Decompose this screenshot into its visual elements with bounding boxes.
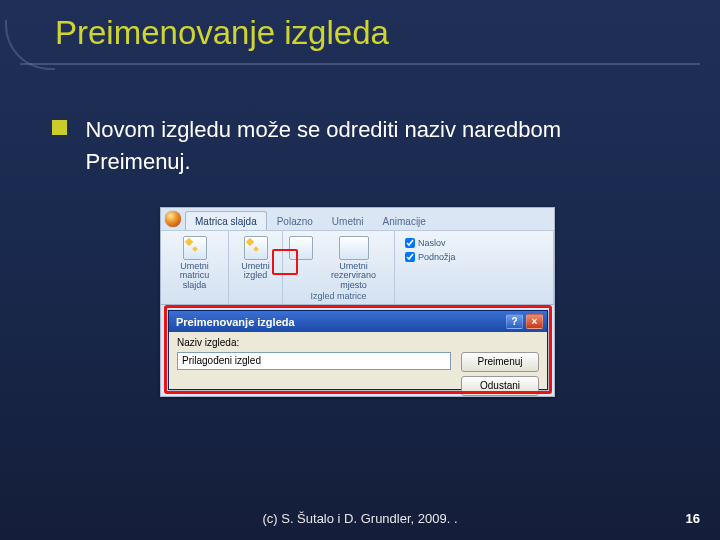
group-umetni-izgled: Umetni izgled: [229, 231, 283, 304]
office-orb-icon[interactable]: [161, 208, 185, 230]
slide-footer: (c) S. Šutalo i D. Grundler, 2009. .: [0, 511, 720, 526]
ribbon-tab-bar: Matrica slajda Polazno Umetni Animacije: [161, 208, 554, 230]
rename-small-icon: [289, 236, 313, 260]
insert-placeholder-label: Umetni rezervirano mjesto: [319, 262, 389, 290]
layout-name-label: Naziv izgleda:: [177, 337, 451, 348]
insert-master-button[interactable]: Umetni matricu slajda: [180, 236, 210, 290]
rename-small-button[interactable]: [289, 236, 313, 260]
insert-layout-icon: [244, 236, 268, 260]
dialog-title: Preimenovanje izgleda: [176, 316, 295, 328]
title-underline: [20, 63, 700, 65]
tab-animacije[interactable]: Animacije: [374, 212, 435, 230]
group-umetni-matricu: Umetni matricu slajda: [161, 231, 229, 304]
dialog-body: Naziv izgleda: Preimenuj Prilagođeni izg…: [169, 332, 547, 401]
rename-button[interactable]: Preimenuj: [461, 352, 539, 372]
slide-title: Preimenovanje izgleda: [55, 14, 389, 52]
rename-dialog: Preimenovanje izgleda ? × Naziv izgleda:…: [168, 310, 548, 390]
group-izgled-matrice-label: Izgled matrice: [310, 291, 366, 303]
checkbox-naslov[interactable]: Naslov: [405, 238, 456, 248]
dialog-titlebar: Preimenovanje izgleda ? ×: [169, 311, 547, 332]
checkbox-podnozja[interactable]: Podnožja: [405, 252, 456, 262]
layout-name-input[interactable]: Prilagođeni izgled: [177, 352, 451, 370]
checkbox-naslov-input[interactable]: [405, 238, 415, 248]
slide: Preimenovanje izgleda Novom izgledu može…: [0, 0, 720, 540]
bullet-text: Novom izgledu može se odrediti naziv nar…: [85, 114, 655, 178]
dialog-help-button[interactable]: ?: [506, 314, 523, 329]
page-number: 16: [686, 511, 700, 526]
checkbox-naslov-label: Naslov: [418, 238, 446, 248]
tab-matrica-slajda[interactable]: Matrica slajda: [185, 211, 267, 230]
tab-umetni[interactable]: Umetni: [323, 212, 373, 230]
insert-master-label: Umetni matricu slajda: [180, 262, 210, 290]
insert-placeholder-button[interactable]: Umetni rezervirano mjesto: [319, 236, 389, 290]
embedded-screenshot: Matrica slajda Polazno Umetni Animacije …: [160, 207, 555, 397]
group-izgled-matrice: Umetni rezervirano mjesto Izgled matrice: [283, 231, 395, 304]
dialog-close-button[interactable]: ×: [526, 314, 543, 329]
bullet-marker-icon: [52, 120, 67, 135]
cancel-button[interactable]: Odustani: [461, 376, 539, 396]
checkbox-podnozja-input[interactable]: [405, 252, 415, 262]
insert-layout-button[interactable]: Umetni izgled: [241, 236, 271, 281]
bullet-item: Novom izgledu može se odrediti naziv nar…: [52, 114, 690, 178]
tab-polazno[interactable]: Polazno: [268, 212, 322, 230]
insert-placeholder-icon: [339, 236, 369, 260]
checkbox-podnozja-label: Podnožja: [418, 252, 456, 262]
insert-layout-label: Umetni izgled: [241, 262, 271, 281]
insert-master-icon: [183, 236, 207, 260]
ribbon-body: Umetni matricu slajda Umetni izgled: [161, 230, 554, 305]
group-checkboxes: Naslov Podnožja: [395, 231, 554, 304]
